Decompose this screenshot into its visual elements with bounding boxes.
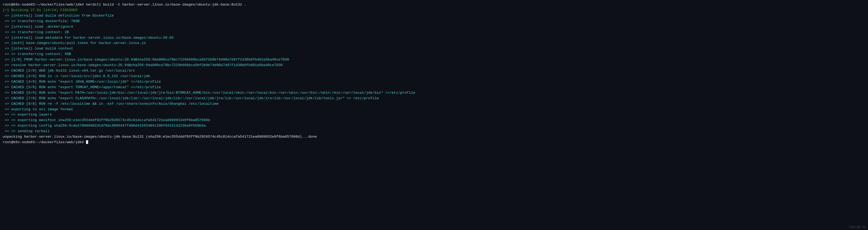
line-prompt-2: root@k8s-node03:~/dockerfiles/web/jdk# █ <box>3 140 865 145</box>
line-01: => [internal] load build definition from… <box>3 13 865 19</box>
line-20: => => exporting manifest sha256:e1ec3554… <box>3 118 865 123</box>
line-07: => [internal] load build context <box>3 46 865 51</box>
line-06: => [auth] base-images/ubuntu:pull token … <box>3 41 865 46</box>
line-02: => => transferring dockerfile: 786B <box>3 19 865 24</box>
line-05: => [internal] load metadata for harbor-s… <box>3 35 865 41</box>
line-21: => => exporting config sha256:5cde278966… <box>3 123 865 129</box>
terminal-window: root@k8s-node03:~/dockerfiles/web/jdk# n… <box>0 0 868 230</box>
line-10: => resolve harbor-server.linux.io/base-i… <box>3 63 865 68</box>
line-building: [+] Building 27.9s (14/14) FINISHED <box>3 8 865 13</box>
line-09: => [1/8] FROM harbor-server.linux.io/bas… <box>3 57 865 63</box>
line-14: => CACHED [5/8] RUN echo "export TOMCAT_… <box>3 85 865 90</box>
line-19: => => exporting layers <box>3 112 865 118</box>
line-17: => CACHED [8/8] RUN rm -f /etc/localtime… <box>3 101 865 107</box>
line-12: => CACHED [3/8] RUN ln -s /usr/local/src… <box>3 74 865 79</box>
watermark: CSDN @白 R& <box>849 225 866 229</box>
line-16: => CACHED [7/8] RUN echo "export CLASSPA… <box>3 96 865 101</box>
line-unpack: unpacking harbor-server.linux.io/base-im… <box>3 134 865 140</box>
line-18: => exporting to oci image format <box>3 107 865 112</box>
line-03: => [internal] load .dockerignore <box>3 24 865 30</box>
line-13: => CACHED [4/8] RUN echo "export JAVA_HO… <box>3 79 865 85</box>
line-04: => => transferring context: 2B <box>3 30 865 35</box>
line-prompt-1: root@k8s-node03:~/dockerfiles/web/jdk# n… <box>3 2 865 8</box>
line-15: => CACHED [6/8] RUN echo "export PATH=/u… <box>3 90 865 96</box>
line-08: => => transferring context: 50B <box>3 51 865 57</box>
line-11: => CACHED [2/8] ADD jdk-8u131-linux-x64.… <box>3 68 865 74</box>
line-22: => => sending tarball <box>3 129 865 134</box>
